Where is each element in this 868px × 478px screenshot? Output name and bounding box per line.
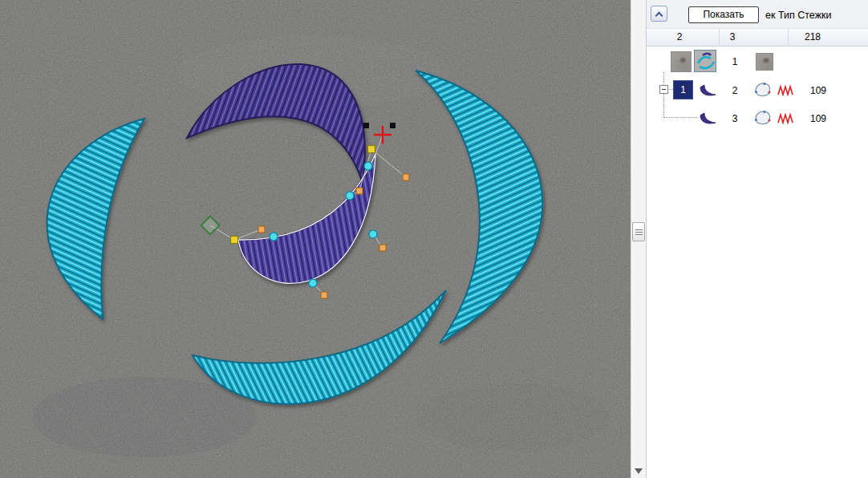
total-stitches: 218 (796, 31, 829, 43)
total-count: 3 (724, 31, 741, 43)
satin-shape-icon (752, 79, 773, 100)
total-objects: 2 (671, 31, 688, 43)
column-headers-label: ек Тип Стежки (765, 10, 831, 21)
satin-shape-icon (752, 107, 773, 128)
design-photo-thumbnail (756, 53, 773, 71)
show-button[interactable]: Показать (688, 6, 759, 23)
selected-order-cell[interactable]: 1 (673, 80, 693, 99)
column-divider (719, 29, 720, 47)
row-number: 3 (727, 113, 743, 124)
design-canvas[interactable] (0, 0, 631, 478)
scrollbar-grip-handle[interactable] (632, 222, 645, 241)
grip-icon (635, 232, 643, 233)
object-rows: 1 1 2 (647, 47, 868, 478)
design-preview-icon (695, 51, 716, 71)
row-number: 2 (727, 85, 743, 96)
stitch-count: 109 (802, 113, 834, 124)
tree-line (663, 117, 697, 118)
collapse-panel-button[interactable] (651, 6, 667, 22)
canvas-svg[interactable] (0, 0, 631, 478)
arrow-down-icon[interactable] (635, 468, 643, 474)
panel-toolbar: Показать ек Тип Стежки (647, 0, 868, 29)
totals-row: 2 3 218 (647, 29, 868, 47)
minus-box-icon (662, 89, 666, 90)
tree-line (663, 72, 664, 85)
tree-line (663, 94, 664, 118)
column-divider (788, 29, 789, 47)
row-number: 1 (727, 56, 743, 67)
tree-expand-button[interactable] (659, 85, 668, 94)
zigzag-stitch-icon (777, 84, 796, 97)
object-list-panel: Показать ек Тип Стежки 2 3 218 (647, 0, 868, 478)
crescent-icon (698, 110, 719, 128)
zigzag-stitch-icon (777, 112, 796, 125)
canvas-vertical-scrollbar[interactable] (631, 0, 647, 478)
chevron-up-icon (655, 12, 663, 20)
design-photo-thumbnail (671, 51, 692, 72)
embroidery-editor-window: Показать ек Тип Стежки 2 3 218 (0, 0, 868, 478)
crescent-icon (698, 82, 719, 99)
design-preview-thumbnail (694, 50, 716, 72)
stitch-count: 109 (802, 85, 834, 96)
